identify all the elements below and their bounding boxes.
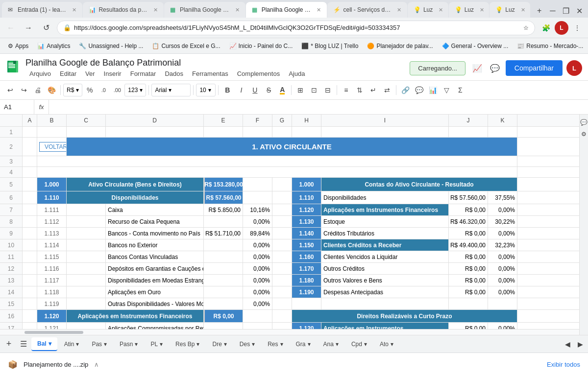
tab-results[interactable]: 📊 Resultados da pe... ✕ <box>83 2 163 18</box>
borders-button[interactable]: ⊞ <box>294 84 307 96</box>
cell-right-code-13[interactable]: 1.180 <box>292 275 321 286</box>
sidebar-icon-chat[interactable]: 💬 <box>580 118 588 126</box>
cell-j1[interactable] <box>449 127 488 137</box>
cell-code-1110[interactable]: 1.110 <box>37 191 67 204</box>
menu-complementos[interactable]: Complementos <box>233 69 284 78</box>
paint-format-button[interactable]: 🎨 <box>45 84 58 96</box>
cell-right-code-14[interactable]: 1.190 <box>292 286 321 298</box>
col-header-j[interactable]: J <box>449 115 488 126</box>
tab-luz1[interactable]: 💡 Luz ✕ <box>408 2 448 18</box>
merge2-button[interactable]: ⊟ <box>321 84 334 96</box>
col-header-k[interactable]: K <box>488 115 517 126</box>
sheet-tab-cpd[interactable]: Cpd ▾ <box>345 337 373 351</box>
cell-h1[interactable] <box>292 127 321 137</box>
cell-code-11[interactable]: 1.115 <box>37 251 67 262</box>
redo-button[interactable]: ↪ <box>18 84 30 96</box>
cell-row3-rest[interactable] <box>37 156 517 166</box>
menu-ferramentas[interactable]: Ferramentas <box>188 69 232 78</box>
address-box[interactable]: 🔒 https://docs.google.com/spreadsheets/d… <box>57 21 535 35</box>
bookmark-general[interactable]: 🔷 General - Overview ... <box>438 40 513 52</box>
cell-g12[interactable] <box>272 263 292 274</box>
cell-f5[interactable] <box>243 178 272 191</box>
col-header-f[interactable]: F <box>243 115 272 126</box>
cell-g16[interactable] <box>272 310 292 322</box>
sheet-tab-bal[interactable]: Bal ▾ <box>31 337 57 351</box>
col-header-g[interactable]: G <box>272 115 292 126</box>
format-dropdown[interactable]: 123 ▾ <box>124 84 146 96</box>
col-header-i[interactable]: I <box>321 115 449 126</box>
tab-sheets2[interactable]: ▦ Planilha Google d... ✕ <box>246 2 327 18</box>
cell-g11[interactable] <box>272 251 292 262</box>
font-dropdown[interactable]: Arial ▾ <box>151 84 191 96</box>
tab-luz3[interactable]: 💡 Luz ✕ <box>490 2 530 18</box>
cell-a9[interactable] <box>23 228 37 239</box>
cell-c11[interactable] <box>67 251 106 262</box>
add-sheet-button[interactable]: + <box>2 337 16 351</box>
valign-button[interactable]: ⇅ <box>353 84 366 96</box>
sheet-list-button[interactable]: ☰ <box>17 337 30 351</box>
cell-f16[interactable] <box>243 310 272 322</box>
cell-f17[interactable] <box>243 323 272 329</box>
cell-a8[interactable] <box>23 216 37 227</box>
col-header-c[interactable]: C <box>67 115 106 126</box>
sheet-tab-pl[interactable]: PL ▾ <box>145 337 169 351</box>
cell-c17[interactable] <box>67 323 106 329</box>
profile-button[interactable]: L <box>555 21 568 35</box>
cell-row4-rest[interactable] <box>37 167 517 177</box>
minimize-button[interactable]: ─ <box>546 4 559 18</box>
cell-code-14[interactable]: 1.118 <box>37 286 67 298</box>
merge-button[interactable]: ⊡ <box>308 84 320 96</box>
tab-close-sheets2[interactable]: ✕ <box>317 7 321 13</box>
tab-close-cell[interactable]: ✕ <box>397 7 401 13</box>
sheet-tab-dre[interactable]: Dre ▾ <box>206 337 232 351</box>
cell-right-code-8[interactable]: 1.130 <box>292 216 321 227</box>
sheet-prev-button[interactable]: ◀ <box>562 338 573 350</box>
forward-button[interactable]: → <box>22 21 35 35</box>
extensions-button[interactable]: 🧩 <box>539 21 553 35</box>
cell-j15[interactable] <box>449 298 488 309</box>
tab-close-sheets1[interactable]: ✕ <box>235 7 240 13</box>
sheet-tab-pas[interactable]: Pas ▾ <box>86 337 113 351</box>
cell-a12[interactable] <box>23 263 37 274</box>
menu-editar[interactable]: Editar <box>56 69 80 78</box>
cell-code-17[interactable]: 1.121 <box>37 323 67 329</box>
cell-g17[interactable] <box>272 323 292 329</box>
cell-code-9[interactable]: 1.113 <box>37 228 67 239</box>
comment-toolbar-button[interactable]: 💬 <box>413 84 425 96</box>
bookmark-star-icon[interactable]: ☆ <box>523 24 529 31</box>
cell-reference[interactable]: A1 <box>0 100 34 114</box>
sheet-tab-gra[interactable]: Gra ▾ <box>290 337 317 351</box>
font-size-dropdown[interactable]: 10 ▾ <box>196 84 216 96</box>
history-button[interactable]: 📈 <box>470 61 484 75</box>
cell-g14[interactable] <box>272 286 292 298</box>
cell-a10[interactable] <box>23 239 37 251</box>
cell-a17[interactable] <box>23 323 37 329</box>
cell-value-8[interactable] <box>204 216 243 227</box>
download-chevron[interactable]: ∧ <box>94 361 99 368</box>
cell-code-7[interactable]: 1.111 <box>37 204 67 215</box>
chart-button[interactable]: 📊 <box>426 84 439 96</box>
dec-inc-button[interactable]: .00 <box>111 84 123 96</box>
tab-close-gmail[interactable]: ✕ <box>72 7 76 13</box>
cell-c1[interactable] <box>67 127 106 137</box>
cell-a16[interactable] <box>23 310 37 322</box>
sheet-tab-pasn[interactable]: Pasn ▾ <box>114 337 144 351</box>
menu-dados[interactable]: Dados <box>161 69 187 78</box>
cell-g7[interactable] <box>272 204 292 215</box>
sheet-next-button[interactable]: ▶ <box>574 338 586 350</box>
col-header-d[interactable]: D <box>106 115 204 126</box>
percent-button[interactable]: % <box>83 84 96 96</box>
print-button[interactable]: 🖨 <box>31 84 44 96</box>
underline-button[interactable]: U <box>248 84 261 96</box>
cell-value-15[interactable] <box>204 298 243 309</box>
cell-a3[interactable] <box>23 156 37 166</box>
bookmark-resumo[interactable]: 📰 Resumo - Mercado-... <box>513 40 587 52</box>
cell-a2[interactable] <box>23 138 37 156</box>
cell-g6[interactable] <box>272 191 292 204</box>
cell-i15[interactable] <box>321 298 449 309</box>
cell-right-code-9[interactable]: 1.140 <box>292 228 321 239</box>
cell-right-code-7[interactable]: 1.120 <box>292 204 321 215</box>
menu-ver[interactable]: Ver <box>81 69 99 78</box>
cell-a1[interactable] <box>23 127 37 137</box>
cell-g9[interactable] <box>272 228 292 239</box>
